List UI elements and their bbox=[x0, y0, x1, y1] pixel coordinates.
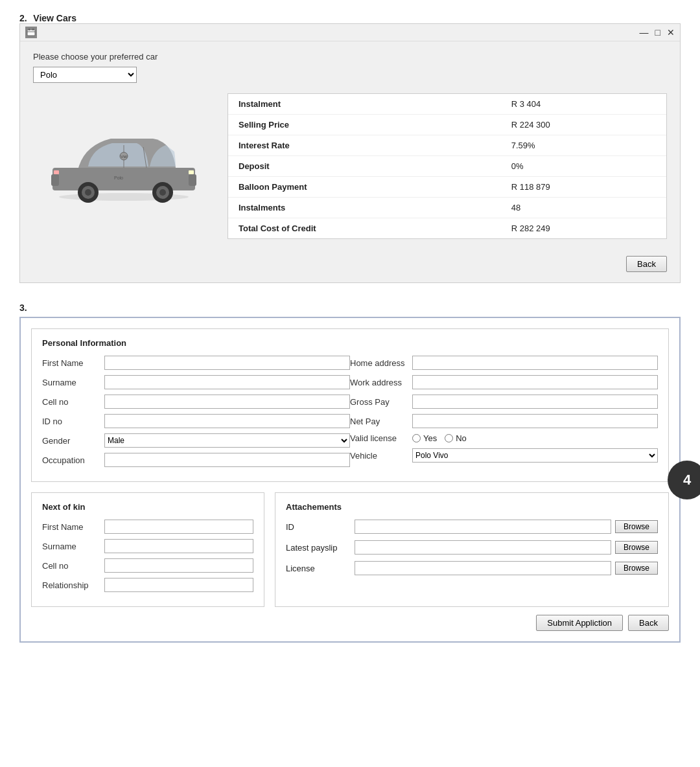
titlebar-controls: — □ ✕ bbox=[640, 28, 675, 37]
close-button[interactable]: ✕ bbox=[667, 28, 675, 37]
minimize-button[interactable]: — bbox=[640, 28, 649, 37]
kin-cell-no-input[interactable] bbox=[104, 558, 253, 573]
section3-wrapper: Personal Information First Name Surname … bbox=[19, 317, 681, 643]
svg-rect-17 bbox=[54, 170, 59, 174]
interest-rate-label: Interest Rate bbox=[228, 135, 501, 156]
kin-relationship-row: Relationship bbox=[42, 578, 253, 592]
gender-label: Gender bbox=[42, 436, 100, 446]
id-browse-button[interactable]: Browse bbox=[615, 520, 658, 533]
license-browse-button[interactable]: Browse bbox=[615, 562, 658, 575]
first-name-row: First Name bbox=[42, 356, 350, 370]
license-no-radio[interactable] bbox=[445, 434, 453, 442]
home-address-input[interactable] bbox=[412, 356, 658, 370]
vehicle-select[interactable]: Polo Vivo Polo Golf Tiguan bbox=[412, 448, 658, 463]
instalments-label: Instalments bbox=[228, 198, 501, 218]
first-name-label: First Name bbox=[42, 358, 100, 368]
instalments-value: 48 bbox=[501, 198, 666, 218]
personal-info-title: Personal Information bbox=[42, 338, 658, 348]
cell-no-input[interactable] bbox=[104, 395, 350, 409]
personal-info-left-col: First Name Surname Cell no ID no bbox=[42, 356, 350, 472]
id-no-label: ID no bbox=[42, 417, 100, 426]
interest-rate-value: 7.59% bbox=[501, 135, 666, 156]
gross-pay-input[interactable] bbox=[412, 395, 658, 409]
payslip-attach-row: Latest payslip Browse bbox=[286, 540, 658, 555]
payslip-attach-label: Latest payslip bbox=[286, 543, 351, 553]
section2-back-button[interactable]: Back bbox=[626, 256, 667, 272]
svg-text:VW: VW bbox=[121, 155, 127, 159]
total-cost-value: R 282 249 bbox=[501, 218, 666, 239]
deposit-row: Deposit 0% bbox=[228, 156, 666, 177]
surname-input[interactable] bbox=[104, 375, 350, 389]
attachements-title: Attachements bbox=[286, 502, 658, 512]
license-attach-input[interactable] bbox=[355, 561, 611, 575]
section3-container: Personal Information First Name Surname … bbox=[19, 317, 681, 643]
id-attach-row: ID Browse bbox=[286, 520, 658, 534]
section3-header: 3. bbox=[19, 303, 681, 313]
net-pay-input[interactable] bbox=[412, 414, 658, 428]
car-content-row: VW Polo Instalment R 3 404 Selling Price… bbox=[33, 93, 667, 239]
instalment-value: R 3 404 bbox=[501, 94, 666, 115]
id-no-row: ID no bbox=[42, 414, 350, 428]
gender-row: Gender Male Female bbox=[42, 433, 350, 448]
surname-label: Surname bbox=[42, 378, 100, 387]
id-attach-input[interactable] bbox=[355, 520, 611, 534]
kin-surname-row: Surname bbox=[42, 539, 253, 553]
license-yes-label[interactable]: Yes bbox=[412, 433, 437, 443]
app-icon bbox=[25, 27, 37, 38]
svg-text:Polo: Polo bbox=[114, 176, 123, 180]
payslip-browse-button[interactable]: Browse bbox=[615, 541, 658, 554]
section2-header: 2. View Cars bbox=[19, 13, 681, 23]
cell-no-row: Cell no bbox=[42, 395, 350, 409]
work-address-input[interactable] bbox=[412, 375, 658, 389]
id-no-input[interactable] bbox=[104, 414, 350, 428]
license-yes-text: Yes bbox=[423, 433, 437, 443]
submit-button[interactable]: Submit Appliction bbox=[536, 615, 623, 631]
gender-select[interactable]: Male Female bbox=[104, 433, 350, 448]
license-radio-group: Yes No bbox=[412, 433, 467, 443]
home-address-row: Home address bbox=[350, 356, 658, 370]
section3-number: 3. bbox=[19, 303, 27, 313]
car-dropdown-row: Polo Polo Vivo Golf Tiguan bbox=[33, 67, 667, 83]
section2-title: View Cars bbox=[33, 13, 76, 23]
gross-pay-label: Gross Pay bbox=[350, 397, 408, 407]
balloon-payment-label: Balloon Payment bbox=[228, 177, 501, 198]
car-select[interactable]: Polo Polo Vivo Golf Tiguan bbox=[33, 67, 137, 83]
selling-price-value: R 224 300 bbox=[501, 115, 666, 135]
kin-panel-title: Next of kin bbox=[42, 502, 253, 512]
kin-relationship-input[interactable] bbox=[104, 578, 253, 592]
svg-point-15 bbox=[85, 189, 91, 196]
deposit-label: Deposit bbox=[228, 156, 501, 177]
net-pay-row: Net Pay bbox=[350, 414, 658, 428]
license-yes-radio[interactable] bbox=[412, 434, 421, 442]
balloon-payment-value: R 118 879 bbox=[501, 177, 666, 198]
kin-cell-no-row: Cell no bbox=[42, 558, 253, 573]
kin-first-name-input[interactable] bbox=[104, 520, 253, 534]
section3-submit-row: Submit Appliction Back bbox=[31, 615, 669, 631]
first-name-input[interactable] bbox=[104, 356, 350, 370]
occupation-label: Occupation bbox=[42, 455, 100, 465]
occupation-input[interactable] bbox=[104, 453, 350, 467]
license-no-label[interactable]: No bbox=[445, 433, 467, 443]
kin-surname-input[interactable] bbox=[104, 539, 253, 553]
svg-point-12 bbox=[159, 189, 166, 196]
deposit-value: 0% bbox=[501, 156, 666, 177]
net-pay-label: Net Pay bbox=[350, 417, 408, 426]
payslip-attach-input[interactable] bbox=[355, 540, 611, 555]
interest-rate-row: Interest Rate 7.59% bbox=[228, 135, 666, 156]
attachements-panel: Attachements ID Browse Latest payslip Br… bbox=[275, 492, 669, 607]
car-image: VW Polo bbox=[40, 109, 208, 207]
kin-first-name-label: First Name bbox=[42, 522, 100, 532]
svg-rect-7 bbox=[51, 174, 59, 186]
maximize-button[interactable]: □ bbox=[655, 28, 660, 37]
cell-no-label: Cell no bbox=[42, 397, 100, 407]
instalment-row: Instalment R 3 404 bbox=[228, 94, 666, 115]
instalment-label: Instalment bbox=[228, 94, 501, 115]
section2-window: — □ ✕ Please choose your preferred car P… bbox=[19, 23, 681, 283]
next-of-kin-panel: Next of kin First Name Surname Cell no R… bbox=[31, 492, 264, 607]
kin-cell-no-label: Cell no bbox=[42, 561, 100, 571]
license-attach-label: License bbox=[286, 564, 351, 573]
section3-back-button[interactable]: Back bbox=[628, 615, 669, 631]
vehicle-label: Vehicle bbox=[350, 451, 408, 461]
kin-first-name-row: First Name bbox=[42, 520, 253, 534]
section2-number: 2. bbox=[19, 13, 27, 23]
